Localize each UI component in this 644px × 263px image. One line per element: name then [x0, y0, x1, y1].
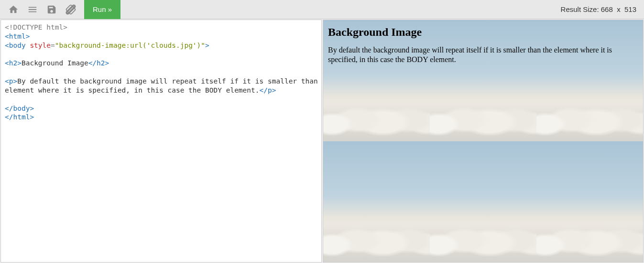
- code-p-text1: By default the background image will rep…: [17, 77, 322, 85]
- code-p-open: p: [9, 77, 13, 85]
- result-content: Background Image By default the backgrou…: [323, 20, 643, 262]
- run-button[interactable]: Run »: [84, 0, 120, 19]
- rotate-icon[interactable]: [61, 0, 80, 19]
- main-area: <!DOCTYPE html> <html> <body style="back…: [0, 19, 644, 263]
- code-p-text2: element where it is specified, in this c…: [5, 86, 260, 94]
- result-pane: Background Image By default the backgrou…: [323, 20, 644, 263]
- result-heading: Background Image: [328, 26, 638, 39]
- home-icon[interactable]: [4, 0, 23, 19]
- result-width: 668: [601, 5, 613, 13]
- code-editor[interactable]: <!DOCTYPE html> <html> <body style="back…: [0, 20, 322, 263]
- code-html-close: /html: [9, 113, 30, 121]
- code-body-close: /body: [9, 105, 30, 112]
- code-h2-text: Background Image: [22, 59, 88, 67]
- code-doctype: <!DOCTYPE html>: [5, 23, 67, 31]
- code-h2-close: h2: [97, 59, 105, 67]
- toolbar: Run » Result Size: 668 x 513: [0, 0, 644, 19]
- result-size-label: Result Size:: [561, 5, 599, 13]
- result-paragraph: By default the background image will rep…: [328, 45, 638, 64]
- code-p-close: p: [268, 86, 272, 94]
- code-attr-style-val: "background-image:url('clouds.jpg')": [55, 42, 205, 49]
- menu-icon[interactable]: [23, 0, 42, 19]
- code-attr-style: style: [30, 42, 51, 49]
- code-html-open: html: [9, 32, 26, 40]
- save-icon[interactable]: [42, 0, 61, 19]
- result-size: Result Size: 668 x 513: [561, 5, 640, 13]
- code-body-open: body: [9, 42, 26, 49]
- result-height: 513: [624, 5, 636, 13]
- code-h2-open: h2: [9, 59, 17, 67]
